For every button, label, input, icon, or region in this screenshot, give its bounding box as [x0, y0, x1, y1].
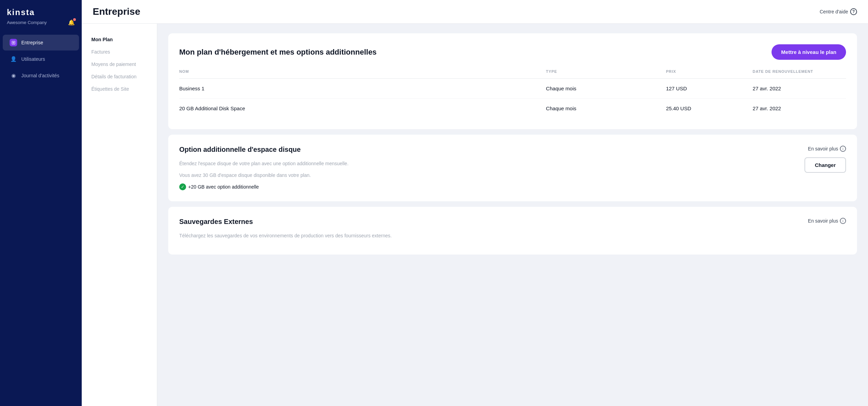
- row1-date: 27 avr. 2022: [753, 79, 846, 99]
- subnav-item-details-facturation[interactable]: Détails de facturation: [82, 70, 157, 83]
- col-header-type: TYPE: [546, 69, 666, 79]
- backup-section: Sauvegardes Externes Téléchargez les sau…: [168, 207, 857, 255]
- change-button[interactable]: Changer: [804, 157, 846, 173]
- disk-badge-text: +20 GB avec option additionnelle: [188, 184, 259, 190]
- backup-section-right: En savoir plus i: [808, 218, 846, 224]
- plan-section-title: Mon plan d'hébergement et mes options ad…: [179, 48, 377, 57]
- grid-icon: ⊞: [10, 39, 17, 46]
- row2-prix: 25.40 USD: [666, 99, 753, 119]
- sub-sidebar: Mon Plan Factures Moyens de paiement Dét…: [82, 24, 157, 406]
- content-area: Mon Plan Factures Moyens de paiement Dét…: [82, 24, 868, 406]
- sidebar-item-journal[interactable]: ◉ Journal d'activités: [3, 68, 79, 83]
- col-header-prix: PRIX: [666, 69, 753, 79]
- row1-nom: Business 1: [179, 79, 546, 99]
- col-header-date: DATE DE RENOUVELLEMENT: [753, 69, 846, 79]
- main: Entreprise Centre d'aide ? Mon Plan Fact…: [82, 0, 868, 406]
- disk-description-line1: Étendez l'espace disque de votre plan av…: [179, 160, 804, 167]
- kinsta-logo: kinsta: [7, 8, 75, 17]
- sidebar-nav: ⊞ Entreprise 👤 Utilisateurs ◉ Journal d'…: [0, 35, 82, 83]
- subnav-item-factures[interactable]: Factures: [82, 46, 157, 58]
- disk-section-header: Option additionnelle d'espace disque: [179, 146, 804, 154]
- notification-bell[interactable]: 🔔: [68, 19, 75, 26]
- table-row: 20 GB Additional Disk Space Chaque mois …: [179, 99, 846, 119]
- upgrade-button[interactable]: Mettre à niveau le plan: [772, 44, 846, 60]
- disk-section-right: En savoir plus i Changer: [804, 146, 846, 173]
- disk-info-icon: i: [840, 146, 846, 152]
- help-icon: ?: [850, 8, 857, 15]
- sidebar: kinsta Awesome Company 🔔 ⊞ Entreprise 👤 …: [0, 0, 82, 406]
- disk-section-body: Option additionnelle d'espace disque Éte…: [179, 146, 846, 190]
- backup-description: Téléchargez les sauvegardes de vos envir…: [179, 232, 808, 239]
- row2-date: 27 avr. 2022: [753, 99, 846, 119]
- subnav-item-etiquettes-site[interactable]: Étiquettes de Site: [82, 83, 157, 95]
- row2-type: Chaque mois: [546, 99, 666, 119]
- help-link[interactable]: Centre d'aide ?: [820, 8, 857, 15]
- backup-section-left: Sauvegardes Externes Téléchargez les sau…: [179, 218, 808, 244]
- row2-nom: 20 GB Additional Disk Space: [179, 99, 546, 119]
- disk-section: Option additionnelle d'espace disque Éte…: [168, 135, 857, 201]
- disk-section-title: Option additionnelle d'espace disque: [179, 146, 301, 154]
- sidebar-item-label-utilisateurs: Utilisateurs: [21, 56, 45, 62]
- backup-info-icon: i: [840, 218, 846, 224]
- backup-section-body: Sauvegardes Externes Téléchargez les sau…: [179, 218, 846, 244]
- row1-prix: 127 USD: [666, 79, 753, 99]
- backup-learn-more[interactable]: En savoir plus i: [808, 218, 846, 224]
- plan-table: NOM TYPE PRIX DATE DE RENOUVELLEMENT Bus…: [179, 69, 846, 118]
- plan-header: Mon plan d'hébergement et mes options ad…: [179, 44, 846, 60]
- backup-section-title: Sauvegardes Externes: [179, 218, 253, 226]
- disk-learn-more-label: En savoir plus: [808, 146, 838, 151]
- help-label: Centre d'aide: [820, 9, 848, 14]
- check-icon: ✓: [179, 183, 186, 190]
- disk-section-left: Option additionnelle d'espace disque Éte…: [179, 146, 804, 190]
- plan-card: Mon plan d'hébergement et mes options ad…: [168, 33, 857, 129]
- sidebar-item-entreprise[interactable]: ⊞ Entreprise: [3, 35, 79, 50]
- table-row: Business 1 Chaque mois 127 USD 27 avr. 2…: [179, 79, 846, 99]
- users-icon: 👤: [10, 55, 17, 63]
- subnav-item-moyens-paiement[interactable]: Moyens de paiement: [82, 58, 157, 70]
- backup-learn-more-label: En savoir plus: [808, 218, 838, 224]
- activity-icon: ◉: [10, 72, 17, 79]
- page-title: Entreprise: [93, 6, 140, 17]
- sidebar-item-label-entreprise: Entreprise: [21, 40, 43, 45]
- disk-addon-badge: ✓ +20 GB avec option additionnelle: [179, 183, 259, 190]
- sidebar-item-label-journal: Journal d'activités: [21, 73, 59, 78]
- sidebar-logo-area: kinsta Awesome Company 🔔: [0, 0, 82, 29]
- page-content: Mon plan d'hébergement et mes options ad…: [157, 24, 868, 406]
- subnav-item-mon-plan[interactable]: Mon Plan: [82, 33, 157, 46]
- backup-section-header: Sauvegardes Externes: [179, 218, 808, 226]
- row1-type: Chaque mois: [546, 79, 666, 99]
- notification-dot: [73, 18, 76, 21]
- sidebar-item-utilisateurs[interactable]: 👤 Utilisateurs: [3, 51, 79, 67]
- company-name: Awesome Company: [7, 20, 47, 25]
- col-header-nom: NOM: [179, 69, 546, 79]
- disk-description-line2: Vous avez 30 GB d'espace disque disponib…: [179, 171, 804, 179]
- top-bar: Entreprise Centre d'aide ?: [82, 0, 868, 24]
- disk-learn-more[interactable]: En savoir plus i: [808, 146, 846, 152]
